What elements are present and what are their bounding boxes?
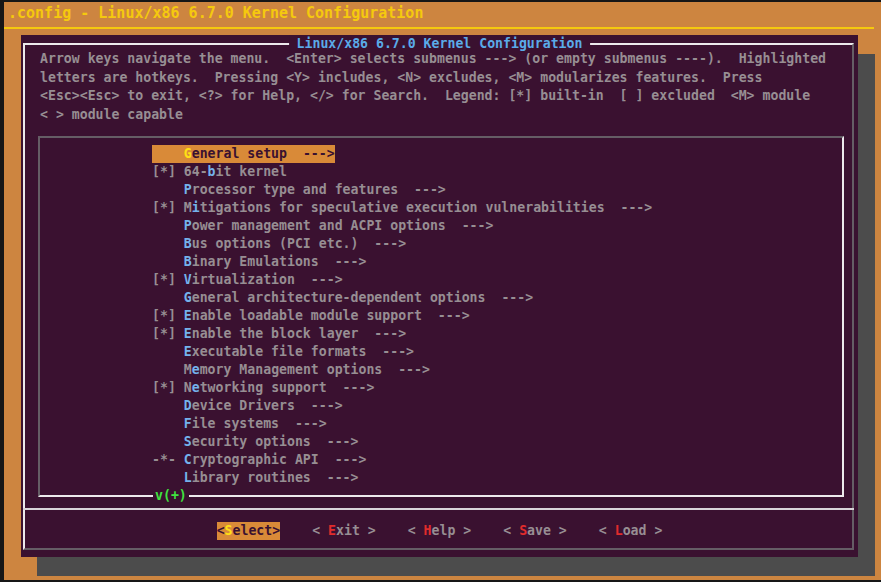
menu-item-bus-options[interactable]: Bus options (PCI etc.) ---> — [152, 235, 652, 253]
menu-item-label-post: rocessor type and features — [192, 182, 414, 197]
menu-item-text: [*] Enable loadable module support ---> — [152, 307, 470, 325]
menu-item-general-arch-options[interactable]: General architecture-dependent options -… — [152, 289, 652, 307]
menu-item-hotkey: b — [208, 164, 216, 179]
menu-item-memory-management[interactable]: Memory Management options ---> — [152, 361, 652, 379]
menu-item-label-post: nable loadable module support — [192, 308, 438, 323]
instructions-line: <Esc><Esc> to exit, <?> for Help, </> fo… — [40, 87, 826, 106]
menu-item-hotkey: e — [192, 380, 200, 395]
menu-item-label-post: tworking support — [200, 380, 343, 395]
menu-item-block-layer[interactable]: [*] Enable the block layer ---> — [152, 325, 652, 343]
submenu-arrow: ---> — [462, 218, 494, 233]
menu-item-executable-file-formats[interactable]: Executable file formats ---> — [152, 343, 652, 361]
button-label-post: ave > — [527, 523, 567, 538]
menu-item-state: -*- — [152, 452, 184, 467]
button-label-post: xit > — [336, 523, 376, 538]
menu-item-general-setup[interactable]: General setup ---> — [152, 145, 652, 163]
menu-item-text: Bus options (PCI etc.) ---> — [152, 235, 406, 253]
menu-item-hotkey: E — [184, 326, 192, 341]
menu-item-networking-support[interactable]: [*] Networking support ---> — [152, 379, 652, 397]
submenu-arrow: ---> — [311, 272, 343, 287]
menu-list: General setup --->[*] 64-bit kernel Proc… — [152, 145, 652, 487]
terminal-window-title: .config - Linux/x86 6.7.0 Kernel Configu… — [8, 4, 423, 22]
terminal-title-underline — [4, 27, 874, 29]
save-button[interactable]: < Save > — [503, 522, 567, 540]
menu-item-binary-emulations[interactable]: Binary Emulations ---> — [152, 253, 652, 271]
button-label-post: elect> — [233, 523, 281, 538]
instructions-line: < > module capable — [40, 106, 826, 125]
menu-item-text: Device Drivers ---> — [152, 397, 343, 415]
menu-item-label-post: ryptographic API — [192, 452, 335, 467]
button-separator-line — [23, 508, 854, 510]
menu-item-label-post: tigations for speculative execution vuln… — [200, 200, 621, 215]
exit-button[interactable]: < Exit > — [312, 522, 376, 540]
menu-item-text: Binary Emulations ---> — [152, 253, 366, 271]
menu-item-hotkey: F — [184, 416, 192, 431]
menu-item-state: [*] — [152, 272, 184, 287]
submenu-arrow: ---> — [295, 416, 327, 431]
menu-item-state: [*] — [152, 326, 184, 341]
submenu-arrow: ---> — [335, 254, 367, 269]
menu-item-state: [*] — [152, 200, 184, 215]
menu-item-cryptographic-api[interactable]: -*- Cryptographic API ---> — [152, 451, 652, 469]
instructions-block: Arrow keys navigate the menu. <Enter> se… — [40, 50, 826, 124]
button-label-pre: < — [408, 523, 424, 538]
submenu-arrow: ---> — [501, 290, 533, 305]
menu-item-state: [*] — [152, 308, 184, 323]
menu-item-virtualization[interactable]: [*] Virtualization ---> — [152, 271, 652, 289]
menu-item-hotkey: D — [184, 398, 192, 413]
menu-item-loadable-module-support[interactable]: [*] Enable loadable module support ---> — [152, 307, 652, 325]
button-hotkey: H — [424, 523, 432, 538]
menu-item-label-pre: M — [184, 362, 192, 377]
menu-item-text: Power management and ACPI options ---> — [152, 217, 493, 235]
menu-item-file-systems[interactable]: File systems ---> — [152, 415, 652, 433]
menu-item-label-post: ecurity options — [192, 434, 327, 449]
menu-item-text: [*] Enable the block layer ---> — [152, 325, 406, 343]
menu-item-power-management[interactable]: Power management and ACPI options ---> — [152, 217, 652, 235]
select-button[interactable]: <Select> — [217, 522, 281, 540]
kernel-config-dialog: Linux/x86 6.7.0 Kernel Configuration Arr… — [21, 35, 858, 557]
menu-item-text: Security options ---> — [152, 433, 358, 451]
menu-item-label-post: ibrary routines — [192, 470, 327, 485]
menu-item-state — [152, 182, 184, 197]
submenu-arrow: ---> — [303, 146, 335, 161]
menu-item-state — [152, 470, 184, 485]
menu-item-hotkey: e — [192, 362, 200, 377]
menu-item-hotkey: G — [184, 146, 192, 161]
menu-item-label-pre: 64- — [184, 164, 208, 179]
instructions-line: letters are hotkeys. Pressing <Y> includ… — [40, 69, 826, 88]
menu-item-hotkey: V — [184, 272, 192, 287]
menu-item-text: Memory Management options ---> — [152, 361, 430, 379]
menu-item-label-post: eneral architecture-dependent options — [192, 290, 502, 305]
menu-item-label-post: nable the block layer — [192, 326, 375, 341]
submenu-arrow: ---> — [398, 362, 430, 377]
help-button[interactable]: < Help > — [408, 522, 472, 540]
menu-item-label-pre: N — [184, 380, 192, 395]
menu-item-state — [152, 146, 184, 161]
screen-edge-left — [0, 0, 4, 582]
submenu-arrow: ---> — [327, 470, 359, 485]
menu-item-processor-type[interactable]: Processor type and features ---> — [152, 181, 652, 199]
menu-item-state — [152, 290, 184, 305]
load-button[interactable]: < Load > — [599, 522, 663, 540]
menu-item-hotkey: P — [184, 218, 192, 233]
menu-item-state — [152, 236, 184, 251]
menu-item-device-drivers[interactable]: Device Drivers ---> — [152, 397, 652, 415]
menu-item-text: Executable file formats ---> — [152, 343, 414, 361]
button-label-pre: < — [503, 523, 519, 538]
menu-item-library-routines[interactable]: Library routines ---> — [152, 469, 652, 487]
dialog-title: Linux/x86 6.7.0 Kernel Configuration — [289, 35, 591, 53]
menu-item-mitigations[interactable]: [*] Mitigations for speculative executio… — [152, 199, 652, 217]
scroll-more-indicator: v(+) — [153, 487, 189, 505]
menu-item-text: Processor type and features ---> — [152, 181, 446, 199]
menu-item-64-bit-kernel[interactable]: [*] 64-bit kernel — [152, 163, 652, 181]
menu-item-text: Library routines ---> — [152, 469, 358, 487]
menu-item-security-options[interactable]: Security options ---> — [152, 433, 652, 451]
menu-item-state — [152, 344, 184, 359]
menu-item-label-post: it kernel — [216, 164, 287, 179]
menu-item-text: [*] Mitigations for speculative executio… — [152, 199, 652, 217]
submenu-arrow: ---> — [327, 434, 359, 449]
submenu-arrow: ---> — [374, 236, 406, 251]
menu-item-hotkey: G — [184, 290, 192, 305]
menu-item-text: General architecture-dependent options -… — [152, 289, 533, 307]
menu-item-state — [152, 218, 184, 233]
